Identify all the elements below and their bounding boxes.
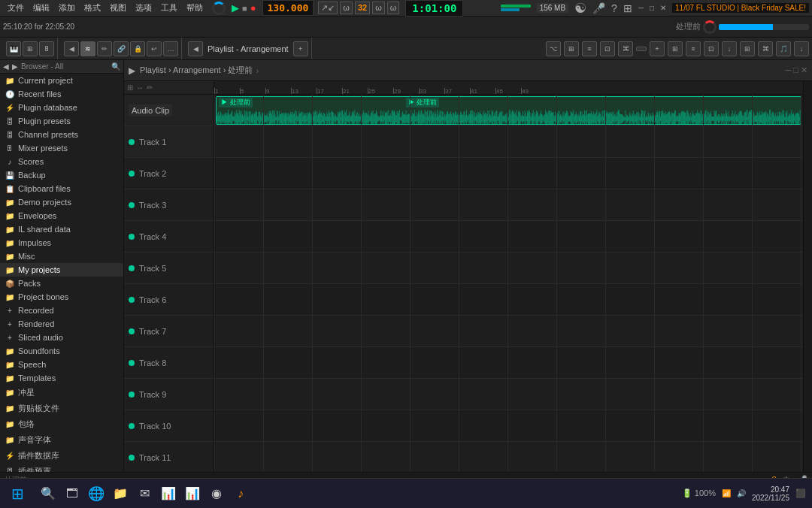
sidebar-item-剪贴板文件[interactable]: 📁 剪贴板文件 <box>0 401 123 416</box>
sidebar-item-sliced-audio[interactable]: + Sliced audio <box>0 331 123 344</box>
sidebar-item-impulses[interactable]: 📁 Impulses <box>0 236 123 249</box>
mode-icon-4[interactable]: ω <box>387 2 400 14</box>
track-move-icon[interactable]: ↔ <box>136 83 144 92</box>
track-row-7[interactable] <box>214 284 803 316</box>
menu-add[interactable]: 添加 <box>54 0 80 16</box>
tb-btn-r2[interactable]: ⊞ <box>564 41 579 56</box>
sidebar-item-templates[interactable]: 📁 Templates <box>0 371 123 385</box>
track-row-5[interactable] <box>214 221 803 252</box>
sidebar-item-插件数据库[interactable]: ⚡ 插件数据库 <box>0 448 123 464</box>
menu-format[interactable]: 格式 <box>80 0 105 16</box>
sidebar-item-recent-files[interactable]: 🕐 Recent files <box>0 87 123 101</box>
tb-pencil-btn[interactable]: ✏ <box>97 41 112 56</box>
menu-file[interactable]: 文件 <box>3 0 29 16</box>
tb-piano-btn[interactable]: 🎹 <box>6 41 21 56</box>
menu-options[interactable]: 选项 <box>131 0 156 16</box>
taskbar-edge[interactable]: 🌐 <box>86 483 107 504</box>
sidebar-item-包络[interactable]: 📁 包络 <box>0 416 123 432</box>
track-pencil-icon[interactable]: ✏ <box>147 83 153 92</box>
mode-icon-3[interactable]: ω <box>372 2 385 14</box>
tb-prev-btn[interactable]: ◀ <box>188 41 203 56</box>
taskbar-chrome[interactable]: ◉ <box>206 483 227 504</box>
tb-extra-btn[interactable]: … <box>163 41 178 56</box>
sidebar-item-recorded[interactable]: + Recorded <box>0 304 123 317</box>
playlist-maximize-btn[interactable]: □ <box>793 65 798 75</box>
track-row-9[interactable] <box>214 347 803 379</box>
tb-playlist-add[interactable]: + <box>293 41 308 56</box>
tb-mixer-btn[interactable]: 🎚 <box>39 41 54 56</box>
track-row-2[interactable] <box>214 126 803 158</box>
sidebar-item-channel-presets[interactable]: 🎛 Channel presets <box>0 128 123 141</box>
mode-icon-2[interactable]: ω <box>340 2 353 14</box>
tb-btn-r5[interactable]: ⌘ <box>618 41 633 56</box>
sidebar-back-icon[interactable]: ◀ <box>3 62 9 71</box>
playlist-minimize-btn[interactable]: ─ <box>786 65 792 75</box>
play-button[interactable]: ▶ <box>232 2 239 14</box>
playlist-close-btn[interactable]: ✕ <box>801 65 807 75</box>
sidebar-item-插件预置[interactable]: 🎛 插件预置 <box>0 464 123 472</box>
track-row-4[interactable] <box>214 189 803 221</box>
track-zoom-icon[interactable]: ⊞ <box>127 83 133 92</box>
sidebar-item-mixer-presets[interactable]: 🎚 Mixer presets <box>0 141 123 155</box>
tb-btn-r7[interactable]: ≡ <box>686 41 701 56</box>
tb-btn-r6[interactable]: ⊞ <box>668 41 683 56</box>
record-button[interactable]: ● <box>250 2 256 14</box>
tb-btn-r13[interactable]: ↓ <box>794 41 809 56</box>
menu-tools[interactable]: 工具 <box>156 0 182 16</box>
tb-snap-btn[interactable]: 🔒 <box>130 41 145 56</box>
track-row-3[interactable] <box>214 158 803 189</box>
toolbar-icon-help[interactable]: ? <box>611 2 617 14</box>
tb-zoom-btn[interactable]: ↩ <box>147 41 162 56</box>
sidebar-item-clipboard-files[interactable]: 📋 Clipboard files <box>0 182 123 195</box>
mode-32[interactable]: 32 <box>355 2 370 14</box>
stop-button[interactable]: ■ <box>242 4 247 13</box>
sidebar-search-icon[interactable]: 🔍 <box>111 62 120 71</box>
taskbar-taskview[interactable]: 🗔 <box>62 483 83 504</box>
tb-nav-left[interactable]: ◀ <box>64 41 79 56</box>
sidebar-item-rendered[interactable]: + Rendered <box>0 317 123 331</box>
tb-btn-r11[interactable]: ⌘ <box>758 41 773 56</box>
tb-btn-r3[interactable]: ≡ <box>582 41 597 56</box>
track-row-8[interactable] <box>214 316 803 347</box>
sidebar-item-声音字体[interactable]: 📁 声音字体 <box>0 432 123 448</box>
taskbar-start-btn[interactable]: ⊞ <box>6 482 29 505</box>
taskbar-fl[interactable]: ♪ <box>230 483 251 504</box>
right-scrollbar[interactable] <box>803 81 812 472</box>
tb-btn-r8[interactable]: ⊡ <box>704 41 719 56</box>
sidebar-item-speech[interactable]: 📁 Speech <box>0 358 123 371</box>
tb-nav-wave[interactable]: ≋ <box>80 41 95 56</box>
menu-edit[interactable]: 编辑 <box>29 0 54 16</box>
playlist-nav-icon[interactable]: ▶ <box>129 65 135 76</box>
sidebar-item-plugin-presets[interactable]: 🎛 Plugin presets <box>0 114 123 128</box>
sidebar-item-scores[interactable]: ♪ Scores <box>0 155 123 168</box>
toolbar-icon-mic[interactable]: 🎤 <box>592 2 605 14</box>
toolbar-icon-grid[interactable]: ⊞ <box>623 2 632 14</box>
tb-btn-r12[interactable]: 🎵 <box>776 41 791 56</box>
tb-btn-r4[interactable]: ⊡ <box>600 41 615 56</box>
track-row-6[interactable] <box>214 252 803 284</box>
pattern-button[interactable] <box>636 47 647 51</box>
minimize-btn[interactable]: ─ <box>638 4 644 12</box>
tb-btn-r1[interactable]: ⌥ <box>546 41 561 56</box>
audio-clip[interactable]: ▶ 处理前 ▶ 处理前 <box>216 96 801 125</box>
sidebar-item-current-project[interactable]: 📁 Current project <box>0 74 123 87</box>
track-row-11[interactable] <box>214 410 803 442</box>
track-row-10[interactable] <box>214 379 803 410</box>
maximize-btn[interactable]: □ <box>650 4 654 12</box>
taskbar-notification[interactable]: ⬛ <box>795 488 806 498</box>
menu-help[interactable]: 帮助 <box>182 0 208 16</box>
sidebar-item-demo-projects[interactable]: 📁 Demo projects <box>0 195 123 209</box>
menu-view[interactable]: 视图 <box>105 0 131 16</box>
taskbar-office[interactable]: 📊 <box>158 483 179 504</box>
sidebar-item-backup[interactable]: 💾 Backup <box>0 168 123 182</box>
taskbar-mail[interactable]: ✉ <box>134 483 155 504</box>
sidebar-item-soundfonts[interactable]: 📁 Soundfonts <box>0 344 123 358</box>
taskbar-search[interactable]: 🔍 <box>38 483 59 504</box>
sidebar-forward-icon[interactable]: ▶ <box>12 62 18 71</box>
sidebar-item-冲星[interactable]: 📁 冲星 <box>0 385 123 401</box>
sidebar-item-my-projects[interactable]: 📁 My projects <box>0 263 123 277</box>
taskbar-powerpoint[interactable]: 📊 <box>182 483 203 504</box>
track-row-12[interactable] <box>214 442 803 472</box>
mode-icon-1[interactable]: ↗↙ <box>318 2 338 14</box>
tb-btn-r10[interactable]: ⊞ <box>740 41 755 56</box>
